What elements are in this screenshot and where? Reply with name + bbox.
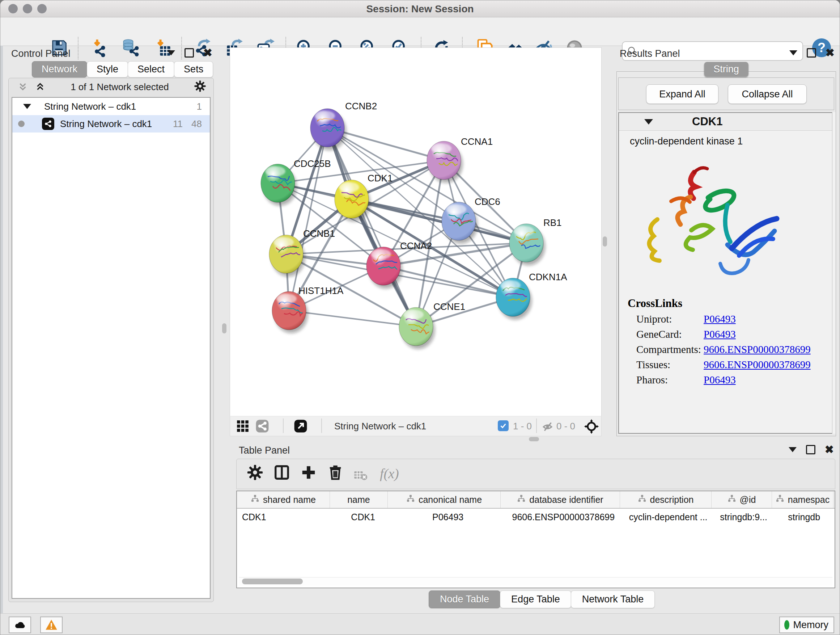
node-label-CDKN1A: CDKN1A (529, 272, 567, 282)
table-cell[interactable]: CDK1 (237, 509, 334, 525)
create-column-plus-icon[interactable] (300, 464, 319, 483)
node-label-RB1: RB1 (543, 217, 562, 228)
tab-node-table[interactable]: Node Table (429, 591, 500, 608)
close-panel-icon[interactable]: ✖ (203, 48, 212, 57)
tab-edge-table[interactable]: Edge Table (500, 591, 571, 608)
column-header-label: @id (740, 494, 756, 505)
node-result-header[interactable]: CDK1 (619, 113, 834, 131)
warnings-button[interactable] (40, 616, 63, 633)
network-node-RB1[interactable]: RB1 (509, 217, 562, 265)
birds-eye-view-icon[interactable] (584, 419, 599, 435)
table-cell[interactable]: stringdb:9... (714, 509, 774, 525)
collection-label: String Network – cdk1 (44, 101, 136, 112)
table-cell[interactable]: stringdb (774, 509, 835, 525)
collapse-card-arrow-icon[interactable] (644, 119, 653, 125)
float-panel-icon[interactable] (167, 50, 175, 55)
table-horizontal-scrollbar[interactable] (239, 577, 832, 585)
crosslink-label: Uniprot: (636, 313, 704, 325)
cloud-icon (13, 618, 27, 631)
grid-view-icon[interactable] (236, 419, 249, 434)
splitter-handle[interactable] (603, 236, 607, 247)
collection-count: 1 (197, 101, 202, 112)
table-cell[interactable]: CDK1 (334, 509, 392, 525)
warning-icon (45, 618, 58, 631)
results-scrollbar[interactable] (832, 112, 836, 434)
column-header--id[interactable]: @id (712, 491, 772, 508)
expand-all-button[interactable]: Expand All (646, 84, 718, 104)
network-column-icon (406, 494, 415, 505)
collapse-all-button[interactable]: Collapse All (728, 84, 807, 104)
node-result-card: CDK1 cyclin-dependent kinase 1 (618, 112, 834, 434)
network-node-CDC25B[interactable]: CDC25B (261, 158, 331, 206)
crosslink-label: Tissues: (636, 359, 704, 371)
network-view-share-icon[interactable] (256, 419, 269, 434)
network-canvas[interactable]: CCNB2CCNA1CDC25BCDK1CDC6RB1CCNB1CCNA2CDK… (230, 48, 602, 417)
scrollbar-thumb[interactable] (242, 578, 303, 584)
column-header-database-identifier[interactable]: database identifier (501, 491, 620, 508)
column-header-name[interactable]: name (330, 491, 388, 508)
table-header-row: shared namenamecanonical namedatabase id… (237, 491, 835, 509)
maximize-panel-icon[interactable] (806, 445, 815, 454)
crosslink-value-link[interactable]: 9606.ENSP00000378699 (704, 359, 811, 371)
column-header-namespac[interactable]: namespac (772, 491, 834, 508)
splitter-handle[interactable] (222, 323, 226, 333)
crosslink-value-link[interactable]: P06493 (704, 313, 736, 325)
network-node-count: 11 (173, 119, 183, 130)
network-edge-count: 48 (191, 119, 202, 130)
crosslink-value-link[interactable]: 9606.ENSP00000378699 (704, 344, 811, 356)
close-panel-icon[interactable]: ✖ (826, 48, 835, 57)
splitter-handle[interactable] (529, 437, 539, 441)
tab-style[interactable]: Style (87, 61, 128, 78)
selected-checkbox-icon[interactable] (498, 420, 508, 431)
node-label-CDC25B: CDC25B (294, 158, 331, 169)
crosslink-value-link[interactable]: P06493 (704, 374, 736, 386)
crosslink-label: Pharos: (636, 374, 704, 386)
collection-expand-arrow-icon[interactable] (23, 104, 31, 109)
float-panel-icon[interactable] (789, 50, 797, 55)
network-type-icon (42, 118, 54, 130)
show-columns-icon[interactable] (273, 464, 292, 483)
title-bar: Session: New Session (0, 0, 840, 17)
float-panel-icon[interactable] (789, 447, 797, 452)
column-header-label: shared name (263, 494, 316, 505)
table-row[interactable]: CDK1CDK1P064939606.ENSP00000378699cyclin… (237, 509, 835, 525)
tab-string[interactable]: String (704, 62, 748, 77)
network-edge-CCNB2-HIST1H1A[interactable] (289, 128, 327, 310)
column-header-shared-name[interactable]: shared name (237, 491, 330, 508)
hidden-eye-slash-icon[interactable] (542, 421, 554, 434)
table-cell[interactable]: cyclin-dependent ... (622, 509, 714, 525)
tab-network-table[interactable]: Network Table (571, 591, 655, 608)
table-cell[interactable]: 9606.ENSP00000378699 (504, 509, 622, 525)
network-row[interactable]: String Network – cdk1 11 48 (12, 115, 210, 133)
network-options-gear-icon[interactable] (194, 80, 206, 94)
network-node-CDKN1A[interactable]: CDKN1A (496, 272, 567, 320)
column-header-label: description (650, 494, 694, 505)
delete-column-trash-icon[interactable] (327, 464, 346, 483)
network-collection-row[interactable]: String Network – cdk1 1 (12, 98, 210, 115)
cloud-status-button[interactable] (9, 616, 31, 633)
column-header-description[interactable]: description (620, 491, 712, 508)
network-node-HIST1H1A[interactable]: HIST1H1A (272, 285, 344, 333)
maximize-panel-icon[interactable] (185, 48, 194, 57)
node-label-CCNA2: CCNA2 (400, 241, 432, 251)
tab-select[interactable]: Select (128, 61, 174, 78)
network-edge-CCNB2-CCNE1[interactable] (327, 128, 416, 326)
network-edge-HIST1H1A-CCNE1[interactable] (289, 310, 416, 326)
tab-sets[interactable]: Sets (174, 61, 213, 78)
control-panel-tabs: NetworkStyleSelectSets (32, 61, 213, 78)
maximize-panel-icon[interactable] (807, 48, 816, 57)
memory-button[interactable]: Memory (779, 616, 834, 633)
expand-all-networks-icon[interactable] (35, 81, 46, 92)
table-cell[interactable]: P06493 (392, 509, 504, 525)
network-node-CCNE1[interactable]: CCNE1 (399, 301, 465, 349)
collapse-all-networks-icon[interactable] (17, 81, 28, 92)
open-in-new-window-icon[interactable] (294, 419, 308, 434)
close-panel-icon[interactable]: ✖ (825, 445, 834, 454)
crosslink-value-link[interactable]: P06493 (704, 328, 736, 340)
crosslinks-list: Uniprot:P06493GeneCard:P06493Compartment… (619, 313, 834, 386)
network-node-CDK1[interactable]: CDK1 (335, 173, 393, 222)
network-node-CDC6[interactable]: CDC6 (442, 196, 500, 244)
tab-network[interactable]: Network (32, 61, 87, 78)
column-header-canonical-name[interactable]: canonical name (388, 491, 501, 508)
table-options-gear-icon[interactable] (247, 464, 265, 483)
